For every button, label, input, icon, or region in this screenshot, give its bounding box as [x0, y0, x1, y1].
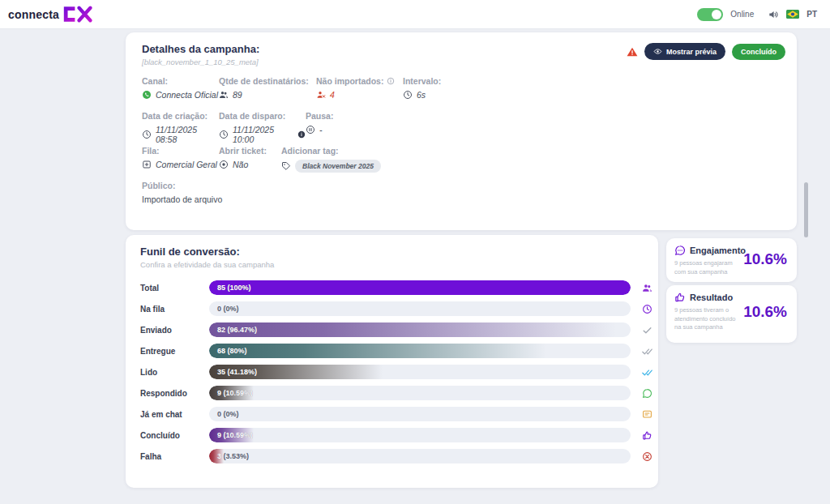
funnel-icon-cell-entregue: [631, 346, 652, 357]
details-row-3: Fila:Comercial GeralAbrir ticket:NãoAdic…: [142, 146, 781, 181]
show-preview-button[interactable]: Mostrar prévia: [644, 43, 725, 60]
field-data-disparo-label-text: Data de disparo:: [219, 111, 285, 121]
funnel-row-na-fila: Na fila0 (0%)0 (0%): [140, 298, 652, 319]
funnel-value-clip-respondido: 9 (10.59%): [209, 386, 254, 400]
campaign-actions: Mostrar prévia Concluído: [627, 43, 785, 60]
funnel-bar-falha: 3 (3.53%)3 (3.53%): [209, 449, 631, 463]
funnel-head: Funil de conversão: Confira a efetividad…: [140, 246, 274, 269]
eye-icon: [653, 47, 662, 56]
double-check-icon: [642, 367, 652, 378]
field-pausa-value: -: [306, 125, 333, 135]
field-nao-importados-label-text: Não importados:: [316, 76, 383, 86]
funnel-value-clip-concluido: 9 (10.59%): [209, 428, 254, 442]
field-intervalo-label: Intervalo:: [403, 76, 441, 86]
field-destinatarios-label: Qtde de destinatários:: [219, 76, 316, 86]
field-data-disparo-label: Data de disparo:: [219, 111, 306, 121]
field-data-disparo-value: 11/11/2025 10:00: [219, 125, 306, 144]
logo-cx-icon: [62, 6, 92, 23]
field-intervalo-value: 6s: [403, 90, 441, 100]
field-pausa: Pausa:-: [306, 111, 333, 146]
funnel-label-falha: Falha: [140, 452, 209, 461]
result-value: 10.6%: [743, 303, 787, 321]
field-data-criacao-label: Data de criação:: [142, 111, 219, 121]
engagement-card: Engajamento 9 pessoas engajaram com sua …: [666, 238, 797, 282]
funnel-icon-cell-concluido: [631, 430, 652, 441]
field-adicionar-tag-label: Adicionar tag:: [281, 146, 381, 156]
funnel-row-concluido: Concluído9 (10.59%)9 (10.59%): [140, 425, 652, 446]
funnel-bar-enviado: 82 (96.47%)82 (96.47%): [209, 322, 631, 337]
check-icon: [642, 325, 652, 335]
field-publico-label: Público:: [142, 181, 222, 190]
toggle-knob: [712, 10, 721, 19]
pause-circle-icon: [306, 125, 315, 135]
field-pausa-label-text: Pausa:: [306, 111, 333, 121]
field-fila: Fila:Comercial Geral: [142, 146, 219, 181]
campaign-details-head: Detalhes da campanha: [black_november_1_…: [142, 43, 259, 66]
funnel-value-light-enviado: 82 (96.47%): [217, 326, 257, 334]
funnel-icon-cell-total: [631, 283, 652, 293]
page: connecta Online PT Detalhe: [0, 0, 830, 504]
funnel-row-entregue: Entregue68 (80%)68 (80%): [140, 340, 652, 361]
engagement-title: Engajamento: [690, 246, 746, 255]
funnel-bar-concluido: 9 (10.59%)9 (10.59%): [209, 428, 631, 442]
field-canal-label-text: Canal:: [142, 76, 168, 86]
info-icon[interactable]: [387, 77, 395, 85]
result-head: Resultado: [674, 292, 733, 303]
field-intervalo-value-text: 6s: [417, 90, 426, 100]
field-abrir-ticket: Abrir ticket:Não: [219, 146, 281, 181]
double-check-icon: [642, 346, 652, 357]
funnel-bar-lido: 35 (41.18%)35 (41.18%): [209, 365, 631, 379]
details-row-1: Canal:Connecta OficialQtde de destinatár…: [142, 76, 781, 111]
speaker-icon[interactable]: [768, 9, 779, 20]
language-label[interactable]: PT: [806, 10, 817, 19]
funnel-value-na-fila: 0 (0%): [217, 305, 239, 313]
field-publico-value: Importado de arquivo: [142, 194, 222, 204]
campaign-details-title: Detalhes da campanha:: [142, 43, 259, 55]
funnel-icon-cell-lido: [631, 367, 652, 378]
x-circle-icon: [642, 451, 652, 462]
funnel-row-falha: Falha3 (3.53%)3 (3.53%): [140, 446, 652, 467]
funnel-icon-cell-enviado: [631, 325, 652, 335]
funnel-label-lido: Lido: [140, 368, 209, 377]
funnel-row-total: Total85 (100%)85 (100%): [140, 277, 652, 298]
brazil-flag-icon[interactable]: [786, 10, 799, 19]
field-data-criacao-label-text: Data de criação:: [142, 111, 208, 121]
funnel-subtitle: Confira a efetividade da sua campanha: [140, 260, 274, 269]
funnel-rows: Total85 (100%)85 (100%)Na fila0 (0%)0 (0…: [140, 277, 652, 467]
field-fila-value: Comercial Geral: [142, 160, 219, 169]
field-data-disparo: Data de disparo:11/11/2025 10:00: [219, 111, 306, 146]
field-fila-label: Fila:: [142, 146, 219, 156]
field-nao-importados-value: 4: [316, 90, 403, 100]
funnel-value-clip-enviado: 82 (96.47%): [209, 322, 616, 337]
funnel-title: Funil de conversão:: [140, 246, 274, 258]
users-icon: [219, 90, 229, 100]
funnel-value-light-entregue: 68 (80%): [217, 347, 247, 355]
field-intervalo-label-text: Intervalo:: [403, 76, 441, 86]
tag-icon: [281, 161, 291, 171]
vertical-scrollbar[interactable]: [804, 182, 808, 237]
result-description: 9 pessoas tiveram o atendimento concluíd…: [674, 306, 742, 332]
funnel-bar-entregue: 68 (80%)68 (80%): [209, 344, 631, 358]
field-nao-importados: Não importados:4: [316, 76, 403, 111]
info-filled-icon[interactable]: [297, 130, 306, 139]
thumbs-up-icon: [642, 430, 652, 441]
field-destinatarios-label-text: Qtde de destinatários:: [219, 76, 309, 86]
details-row-4: Público:Importado de arquivo: [142, 181, 781, 216]
field-abrir-ticket-label-text: Abrir ticket:: [219, 146, 267, 156]
show-preview-label: Mostrar prévia: [666, 48, 717, 56]
funnel-label-na-fila: Na fila: [140, 305, 209, 314]
funnel-label-respondido: Respondido: [140, 389, 209, 398]
chat-dots-icon: [674, 245, 686, 256]
field-publico: Público:Importado de arquivo: [142, 181, 222, 216]
field-adicionar-tag-label-text: Adicionar tag:: [281, 146, 339, 156]
field-canal-label: Canal:: [142, 76, 219, 86]
clock-icon: [403, 90, 413, 100]
field-canal-value-text: Connecta Oficial: [156, 90, 218, 100]
funnel-value-clip-falha: 3 (3.53%): [209, 449, 224, 463]
chat-icon: [642, 388, 652, 399]
funnel-label-enviado: Enviado: [140, 326, 209, 335]
field-pausa-label: Pausa:: [306, 111, 333, 121]
online-toggle[interactable]: [697, 8, 723, 21]
field-destinatarios: Qtde de destinatários:89: [219, 76, 316, 111]
funnel-value-light-respondido: 9 (10.59%): [217, 389, 253, 397]
